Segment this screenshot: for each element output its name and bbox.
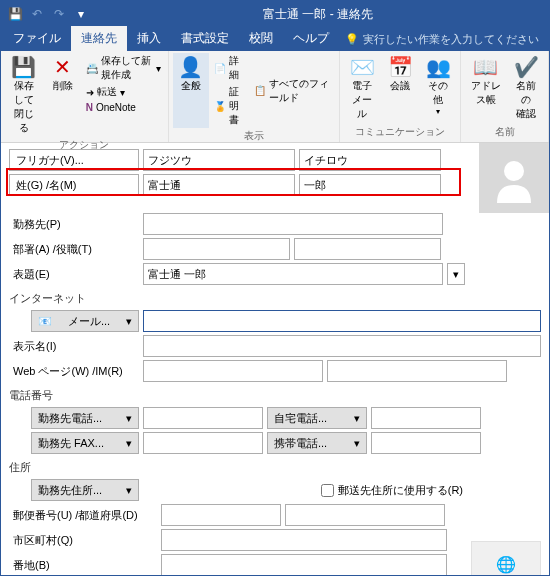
onenote-icon: N — [86, 102, 93, 113]
certificate-button[interactable]: 🏅証明書 — [211, 84, 249, 128]
home-phone-dropdown[interactable]: 自宅電話...▾ — [267, 407, 367, 429]
redo-icon[interactable]: ↷ — [49, 4, 69, 24]
group-comm-label: コミュニケーション — [344, 124, 456, 140]
svg-point-0 — [504, 161, 524, 181]
details-icon: 📄 — [214, 63, 226, 74]
onenote-button[interactable]: NOneNote — [83, 101, 164, 114]
postal-input[interactable] — [161, 504, 281, 526]
tab-file[interactable]: ファイル — [3, 26, 71, 51]
furigana-button[interactable]: フリガナ(V)... — [9, 149, 139, 171]
chevron-down-icon: ▾ — [120, 87, 125, 98]
address-book-icon: 📖 — [474, 55, 498, 79]
street-input[interactable] — [161, 554, 447, 576]
other-icon: 👥 — [426, 55, 450, 79]
save-icon[interactable]: 💾 — [5, 4, 25, 24]
group-show-label: 表示 — [173, 128, 336, 144]
street-label: 番地(B) — [9, 558, 157, 573]
group-names-label: 名前 — [465, 124, 544, 140]
mobile-input[interactable] — [371, 432, 481, 454]
work-phone-dropdown[interactable]: 勤務先電話...▾ — [31, 407, 139, 429]
home-phone-input[interactable] — [371, 407, 481, 429]
meeting-icon: 📅 — [388, 55, 412, 79]
address-book-button[interactable]: 📖アドレス帳 — [465, 53, 506, 123]
save-close-button[interactable]: 💾保存して 閉じる — [5, 53, 43, 137]
tab-insert[interactable]: 挿入 — [127, 26, 171, 51]
tab-contact[interactable]: 連絡先 — [71, 26, 127, 51]
web-label: Web ページ(W) /IM(R) — [9, 364, 139, 379]
email-type-dropdown[interactable]: 📧メール...▾ — [31, 310, 139, 332]
mailing-checkbox[interactable]: 郵送先住所に使用する(R) — [321, 483, 463, 498]
other-button[interactable]: 👥その他▾ — [420, 53, 456, 123]
delete-button[interactable]: ✕削除 — [45, 53, 81, 137]
furigana-mei-input[interactable] — [299, 149, 441, 171]
meeting-button[interactable]: 📅会議 — [382, 53, 418, 123]
tab-review[interactable]: 校閲 — [239, 26, 283, 51]
company-input[interactable] — [143, 213, 443, 235]
forward-icon: ➜ — [86, 87, 94, 98]
email-button[interactable]: ✉️電子 メール — [344, 53, 380, 123]
check-names-button[interactable]: ✔️名前の 確認 — [508, 53, 544, 123]
all-fields-button[interactable]: 📋すべてのフィールド — [251, 53, 335, 128]
address-header: 住所 — [9, 460, 541, 475]
email-icon: ✉️ — [350, 55, 374, 79]
web-input[interactable] — [143, 360, 323, 382]
furigana-sei-input[interactable] — [143, 149, 295, 171]
chevron-down-icon: ▾ — [126, 437, 132, 450]
chevron-down-icon: ▾ — [126, 484, 132, 497]
qat-more-icon[interactable]: ▾ — [71, 4, 91, 24]
chevron-down-icon: ▾ — [126, 315, 132, 328]
work-addr-dropdown[interactable]: 勤務先住所...▾ — [31, 479, 139, 501]
tab-help[interactable]: ヘルプ — [283, 26, 339, 51]
chevron-down-icon: ▾ — [436, 107, 440, 116]
check-names-icon: ✔️ — [514, 55, 538, 79]
mei-input[interactable] — [299, 174, 441, 196]
chevron-down-icon: ▾ — [354, 412, 360, 425]
dept-input[interactable] — [143, 238, 290, 260]
display-input[interactable] — [143, 263, 443, 285]
chevron-down-icon: ▾ — [354, 437, 360, 450]
city-label: 市区町村(Q) — [9, 533, 157, 548]
display-label: 表題(E) — [9, 267, 139, 282]
chevron-down-icon: ▾ — [156, 63, 161, 74]
details-button[interactable]: 📄詳細 — [211, 53, 249, 83]
work-phone-input[interactable] — [143, 407, 263, 429]
map-icon: 🌐 — [496, 555, 516, 574]
mobile-dropdown[interactable]: 携帯電話...▾ — [267, 432, 367, 454]
certificate-icon: 🏅 — [214, 101, 226, 112]
work-fax-dropdown[interactable]: 勤務先 FAX...▾ — [31, 432, 139, 454]
undo-icon[interactable]: ↶ — [27, 4, 47, 24]
email-input[interactable] — [143, 310, 541, 332]
city-input[interactable] — [161, 529, 447, 551]
phone-header: 電話番号 — [9, 388, 541, 403]
name-button[interactable]: 姓(G) /名(M) — [9, 174, 139, 196]
map-placeholder[interactable]: 🌐 地図(A) — [471, 541, 541, 576]
forward-button[interactable]: ➜転送▾ — [83, 84, 164, 100]
tell-me-search[interactable]: 💡実行したい作業を入力してください — [339, 28, 545, 51]
postal-label: 郵便番号(U) /都道府県(D) — [9, 508, 157, 523]
work-fax-input[interactable] — [143, 432, 263, 454]
dept-label: 部署(A) /役職(T) — [9, 242, 139, 257]
save-new-icon: 📇 — [86, 63, 98, 74]
general-icon: 👤 — [179, 55, 203, 79]
display-name-label: 表示名(I) — [9, 339, 139, 354]
bulb-icon: 💡 — [345, 33, 359, 46]
sei-input[interactable] — [143, 174, 295, 196]
contact-photo-placeholder[interactable] — [479, 143, 549, 213]
display-name-input[interactable] — [143, 335, 541, 357]
chevron-down-icon: ▾ — [126, 412, 132, 425]
save-new-button[interactable]: 📇保存して新規作成▾ — [83, 53, 164, 83]
company-label: 勤務先(P) — [9, 217, 139, 232]
window-title: 富士通 一郎 - 連絡先 — [91, 6, 545, 23]
delete-icon: ✕ — [51, 55, 75, 79]
general-button[interactable]: 👤全般 — [173, 53, 209, 128]
save-close-icon: 💾 — [12, 55, 36, 79]
im-input[interactable] — [327, 360, 507, 382]
pref-input[interactable] — [285, 504, 445, 526]
chevron-down-icon[interactable]: ▾ — [447, 263, 465, 285]
tab-format[interactable]: 書式設定 — [171, 26, 239, 51]
title-input[interactable] — [294, 238, 441, 260]
all-fields-icon: 📋 — [254, 85, 266, 96]
internet-header: インターネット — [9, 291, 541, 306]
